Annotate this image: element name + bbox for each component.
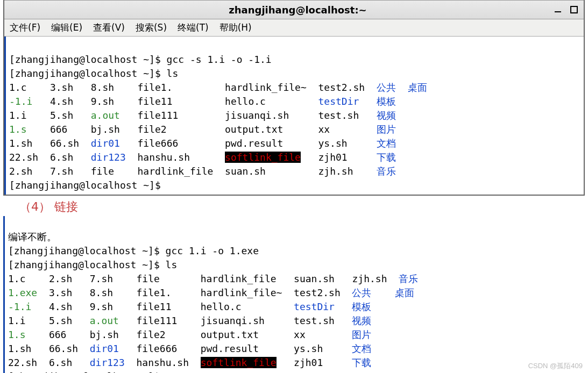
- ls-item: file1.: [136, 287, 171, 298]
- ls-item: 6.sh: [50, 152, 73, 163]
- command: gcc -s 1.i -o -1.i: [167, 54, 272, 65]
- ls-item: zjh.sh: [352, 273, 387, 284]
- prompt: [zhangjihang@localhost ~]$: [9, 54, 167, 65]
- ls-item: hardlink_file: [201, 273, 277, 284]
- watermark: CSDN @孤陌409: [528, 361, 583, 371]
- prompt: [zhangjihang@localhost ~]$: [8, 245, 166, 256]
- ls-item: file11: [136, 301, 171, 312]
- ls-item: file: [91, 166, 114, 177]
- menubar: 文件(F) 编辑(E) 查看(V) 搜索(S) 终端(T) 帮助(H): [4, 19, 584, 37]
- ls-item: pwd.result: [201, 343, 259, 354]
- ls-item: -1.i: [8, 301, 31, 312]
- ls-item: 66.sh: [49, 343, 78, 354]
- ls-item: 图片: [377, 124, 396, 135]
- ls-item: -1.i: [9, 96, 32, 107]
- menu-edit[interactable]: 编辑(E): [51, 21, 82, 34]
- ls-item: 9.sh: [90, 301, 113, 312]
- ls-item: 1.sh: [9, 138, 32, 149]
- menu-search[interactable]: 搜索(S): [136, 21, 167, 34]
- ls-item: pwd.result: [225, 138, 283, 149]
- ls-item: jisuanqi.sh: [201, 315, 265, 326]
- ls-item: 8.sh: [90, 287, 113, 298]
- prompt: [zhangjihang@localhost ~]$: [8, 371, 166, 373]
- ls-item: test.sh: [294, 315, 335, 326]
- ls-item: 22.sh: [9, 152, 38, 163]
- terminal-output-2[interactable]: 编译不断。 [zhangjihang@localhost ~]$ gcc 1.i…: [3, 216, 585, 373]
- ls-item: 66.sh: [50, 138, 79, 149]
- ls-item: zjh01: [318, 152, 347, 163]
- ls-item: 公共: [352, 287, 371, 298]
- ls-item: 9.sh: [91, 96, 114, 107]
- ls-item: ys.sh: [318, 138, 347, 149]
- ls-item: 4.sh: [50, 96, 73, 107]
- ls-item: suan.sh: [294, 273, 335, 284]
- ls-item: xx: [294, 329, 306, 340]
- ls-item: test.sh: [318, 110, 359, 121]
- ls-item: 桌面: [395, 287, 414, 298]
- ls-item-softlink: softlink_file: [201, 357, 277, 368]
- ls-item: xx: [318, 124, 330, 135]
- ls-item: 8.sh: [91, 82, 114, 93]
- svg-rect-1: [571, 6, 577, 13]
- ls-item: bj.sh: [91, 124, 120, 135]
- ls-item: output.txt: [201, 329, 259, 340]
- window-titlebar[interactable]: zhangjihang@localhost:~: [4, 0, 584, 19]
- ls-item: file2: [137, 124, 166, 135]
- terminal-window: zhangjihang@localhost:~ 文件(F) 编辑(E) 查看(V…: [3, 0, 585, 196]
- ls-item: 1.s: [8, 329, 26, 340]
- ls-item: zjh01: [294, 357, 323, 368]
- ls-item: 1.s: [9, 124, 27, 135]
- ls-item: 666: [49, 329, 67, 340]
- ls-item: 22.sh: [8, 357, 37, 368]
- ls-item: file111: [137, 110, 178, 121]
- ls-item: 下载: [352, 357, 371, 368]
- prompt: [zhangjihang@localhost ~]$: [9, 68, 167, 79]
- ls-item: file: [136, 273, 159, 284]
- ls-item: dir01: [91, 138, 120, 149]
- ls-item: 文档: [352, 343, 371, 354]
- ls-item: a.out: [90, 315, 119, 326]
- minimize-button[interactable]: [554, 5, 562, 14]
- menu-help[interactable]: 帮助(H): [219, 21, 252, 34]
- ls-item: hello.c: [225, 96, 266, 107]
- ls-item: dir123: [90, 357, 125, 368]
- ls-item: 7.sh: [50, 166, 73, 177]
- ls-item: 3.sh: [49, 287, 72, 298]
- menu-view[interactable]: 查看(V): [93, 21, 125, 34]
- ls-item: 2.sh: [9, 166, 32, 177]
- ls-item: suan.sh: [225, 166, 266, 177]
- ls-item: test2.sh: [294, 287, 341, 298]
- ls-item: file1.: [137, 82, 172, 93]
- ls-item: 666: [50, 124, 68, 135]
- ls-item: hanshu.sh: [137, 152, 190, 163]
- ls-item: jisuanqi.sh: [225, 110, 289, 121]
- menu-file[interactable]: 文件(F): [10, 21, 40, 34]
- ls-item: file2: [136, 329, 165, 340]
- menu-terminal[interactable]: 终端(T): [178, 21, 209, 34]
- ls-item: file666: [137, 138, 178, 149]
- ls-item: 音乐: [377, 166, 396, 177]
- command: ls: [166, 259, 178, 270]
- ls-item: file111: [136, 315, 177, 326]
- ls-item: 视频: [352, 315, 371, 326]
- ls-item: ys.sh: [294, 343, 323, 354]
- ls-item: 模板: [377, 96, 396, 107]
- ls-item: 1.exe: [8, 287, 37, 298]
- ls-item: 文档: [377, 138, 396, 149]
- ls-item: 视频: [377, 110, 396, 121]
- maximize-button[interactable]: [570, 5, 578, 14]
- ls-item: 下载: [377, 152, 396, 163]
- ls-item: 1.sh: [8, 343, 31, 354]
- section-heading: （4） 链接: [3, 196, 585, 216]
- ls-item: hardlink_file: [137, 166, 213, 177]
- ls-item: a.out: [91, 110, 120, 121]
- ls-item: dir01: [90, 343, 119, 354]
- ls-item: testDir: [318, 96, 359, 107]
- terminal-output-1[interactable]: [zhangjihang@localhost ~]$ gcc -s 1.i -o…: [4, 37, 584, 195]
- ls-item: 5.sh: [50, 110, 73, 121]
- ls-item-softlink: softlink_file: [225, 152, 301, 163]
- ls-item: 1.i: [8, 315, 26, 326]
- command: gcc 1.i -o 1.exe: [166, 245, 259, 256]
- window-title: zhangjihang@localhost:~: [42, 4, 554, 16]
- ls-item: 1.i: [9, 110, 27, 121]
